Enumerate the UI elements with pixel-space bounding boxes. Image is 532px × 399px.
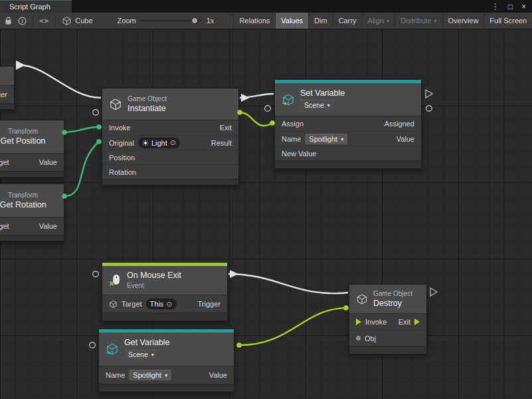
name-port-label: Name — [282, 135, 301, 143]
variable-scope-dropdown[interactable]: Scene ▾ — [300, 100, 334, 110]
wire-data-result-to-new-value[interactable] — [240, 112, 272, 126]
node-destroy[interactable]: Game Object Destroy Invoke Exit Obj — [349, 284, 427, 354]
node-footer — [349, 346, 426, 354]
flow-arrow-icon — [230, 270, 238, 278]
invoke-port-label: Invoke — [365, 318, 387, 326]
chevron-down-icon: ▾ — [151, 352, 154, 358]
port-row: Position — [102, 150, 238, 164]
tab-title: Script Graph — [9, 3, 50, 11]
close-icon[interactable]: × — [521, 3, 526, 11]
graph-canvas[interactable]: Trigger Transform Get Position Target Va… — [0, 29, 532, 399]
port-mouse-target-input[interactable] — [93, 271, 99, 277]
invoke-port-arrow-icon[interactable] — [356, 319, 361, 325]
wire-flow-trigger-to-destroy-invoke[interactable] — [228, 274, 348, 293]
carry-button[interactable]: Carry — [333, 13, 362, 29]
node-category: Game Object — [128, 95, 167, 102]
node-title: Instantiate — [128, 104, 166, 114]
node-header: On Mouse Exit Event — [102, 266, 227, 295]
zoom-label: Zoom — [118, 17, 136, 25]
values-button[interactable]: Values — [275, 13, 308, 29]
code-preview-icon[interactable]: <> — [39, 17, 49, 25]
wire-flow-exit-to-assign[interactable] — [240, 94, 274, 98]
fullscreen-button[interactable]: Full Screen — [484, 13, 532, 29]
port-destroy-exit-output[interactable] — [430, 288, 437, 296]
zoom-slider[interactable] — [141, 17, 202, 25]
game-object-icon — [109, 98, 122, 111]
port-row: Name Spotlight ▾ Value — [99, 366, 234, 384]
exit-port-arrow-icon[interactable] — [414, 319, 420, 325]
node-title: Destroy — [373, 299, 402, 309]
align-dropdown[interactable]: Align ▾ — [362, 13, 395, 29]
chevron-down-icon: ▾ — [165, 373, 167, 378]
maximize-icon[interactable]: □ — [508, 3, 513, 11]
obj-port-label: Obj — [365, 334, 376, 342]
node-edge-fragment[interactable]: Trigger — [0, 66, 15, 110]
node-instantiate[interactable]: Game Object Instantiate Invoke Exit Orig… — [102, 88, 239, 186]
port-variable-name-input[interactable] — [90, 342, 96, 348]
value-port-label: Value — [39, 222, 57, 230]
toolbar-right: Relations Values Dim Carry Align ▾ Distr… — [233, 13, 532, 29]
chevron-down-icon: ▾ — [434, 19, 437, 24]
tab-script-graph[interactable]: Script Graph — [0, 0, 72, 13]
tab-bar: Script Graph ⋮ □ × — [0, 0, 532, 13]
target-object-field[interactable]: This ⊙ — [146, 299, 177, 309]
value-port-label: Value — [39, 158, 57, 166]
variable-name-dropdown[interactable]: Spotlight ▾ — [305, 134, 347, 144]
port-row: Trigger — [0, 86, 14, 103]
node-header: Transform Get Rotation — [0, 184, 64, 217]
wire-data-getposition-to-position[interactable] — [64, 127, 99, 132]
exit-port-label: Exit — [399, 318, 410, 326]
distribute-dropdown[interactable]: Distribute ▾ — [395, 13, 442, 29]
dim-button[interactable]: Dim — [308, 13, 333, 29]
port-row: Obj — [349, 330, 426, 346]
relations-button[interactable]: Relations — [233, 13, 275, 29]
wire-data-getvariable-to-obj[interactable] — [238, 308, 348, 345]
node-set-variable[interactable]: Set Variable Scene ▾ Assign Assigned Nam… — [274, 79, 422, 169]
wire-flow-fragment-to-invoke[interactable] — [20, 65, 101, 98]
port-assigned-output[interactable] — [426, 90, 432, 98]
menu-icon[interactable]: ⋮ — [491, 3, 499, 11]
wire-data-getrotation-to-rotation[interactable] — [64, 142, 99, 196]
node-on-mouse-exit[interactable]: On Mouse Exit Event Target This ⊙ Trigge… — [102, 262, 228, 321]
object-picker-icon[interactable]: ⊙ — [166, 301, 172, 308]
toolbar-separator — [55, 15, 56, 26]
port-row: Target This ⊙ Trigger — [102, 295, 227, 313]
window-controls: ⋮ □ × — [491, 0, 532, 13]
port-row: Rotation — [102, 164, 238, 179]
chevron-down-icon: ▾ — [327, 103, 330, 108]
graph-toolbar: <> Cube Zoom 1x Relations Values — [0, 13, 532, 29]
invoke-port-label: Invoke — [109, 124, 130, 132]
variable-name-dropdown[interactable]: Spotlight ▾ — [129, 370, 171, 380]
name-port-label: Name — [106, 371, 125, 379]
port-row: Original Light ⊙ Result — [102, 135, 238, 150]
obj-port-icon[interactable] — [356, 336, 361, 340]
graph-target[interactable]: Cube — [62, 16, 92, 26]
new-value-port-label: New Value — [282, 150, 316, 158]
info-icon[interactable] — [18, 17, 27, 25]
node-get-variable[interactable]: Get Variable Scene ▾ Name Spotlight ▾ Va… — [98, 329, 234, 392]
trigger-port-label: Trigger — [0, 90, 7, 98]
overview-button[interactable]: Overview — [442, 13, 484, 29]
node-title: Set Variable — [300, 89, 345, 98]
port-row: Name Spotlight ▾ Value — [275, 131, 421, 146]
lock-icon[interactable] — [5, 17, 12, 25]
value-port-label: Value — [209, 371, 227, 379]
object-picker-icon[interactable]: ⊙ — [170, 139, 176, 146]
node-footer — [0, 103, 14, 109]
variable-scope-dropdown[interactable]: Scene ▾ — [124, 350, 158, 360]
port-name-input[interactable] — [265, 106, 271, 112]
original-object-value: Light — [151, 139, 167, 147]
port-value-output[interactable] — [426, 106, 432, 112]
get-variable-icon — [106, 342, 119, 356]
port-original-input[interactable] — [93, 110, 99, 116]
node-header: Game Object Destroy — [349, 285, 426, 314]
script-graph-window: Script Graph ⋮ □ × <> — [0, 0, 532, 399]
original-object-field[interactable]: Light ⊙ — [138, 138, 180, 148]
node-get-position[interactable]: Transform Get Position Target Value — [0, 120, 64, 178]
zoom-slider-knob[interactable] — [191, 17, 198, 24]
node-get-rotation[interactable]: Transform Get Rotation Target Value — [0, 184, 64, 241]
node-footer — [99, 384, 234, 392]
node-title: Get Rotation — [0, 201, 46, 210]
position-port-label: Position — [109, 154, 135, 162]
node-title: On Mouse Exit — [127, 271, 181, 281]
